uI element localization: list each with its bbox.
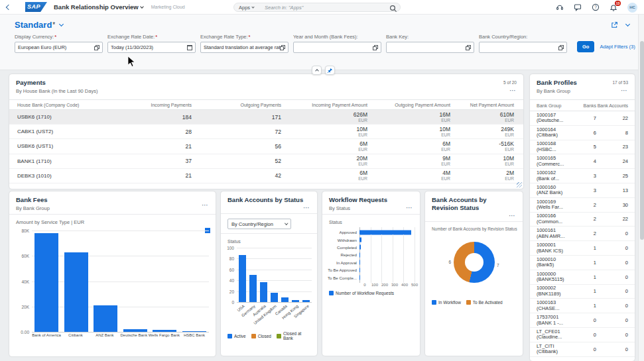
profiles-table-row[interactable]: 1000000(BANK5115)10 [530,270,635,285]
bar-wells-fargo-bank[interactable] [153,330,176,332]
overflow-menu-button[interactable]: ⋯ [303,206,310,210]
support-headset-icon[interactable] [556,3,564,11]
value-help-icon[interactable] [558,45,564,50]
scrollbar-thumb[interactable] [640,41,644,240]
profiles-table-row[interactable]: LT_CFE01(Claudine...00 [530,328,635,342]
feedback-icon[interactable] [574,3,582,11]
bar-canada[interactable] [281,297,289,302]
bar-to-be-approved[interactable] [359,268,360,272]
filter-field-input[interactable] [386,42,474,53]
profiles-table-row[interactable]: 1000001(BANK ICS)10 [530,241,635,256]
go-button[interactable]: Go [577,41,594,52]
resize-grip[interactable] [517,182,522,187]
filter-field-input[interactable]: Today (11/30/2023) [107,42,196,53]
filter-field-input[interactable]: Standard translation at average rate (..… [200,42,289,53]
overflow-menu-button[interactable]: ⋯ [509,89,517,93]
payments-table-row[interactable]: BANK1 (1710)375220MEUR9MEUR10MEUR [9,154,523,169]
legend-item[interactable]: Number of Workflow Requests [329,291,394,295]
column-header[interactable]: Incoming Payment Amount [283,103,369,107]
variant-title[interactable]: Standard [15,20,52,30]
bar-rejected[interactable] [359,252,360,257]
bar-hsbc-bank[interactable] [182,331,206,332]
filter-field-input[interactable] [479,42,567,53]
bar-approved[interactable] [359,230,411,234]
legend-item[interactable]: Active [227,334,246,338]
bar-hong-kong[interactable] [292,300,299,302]
value-help-icon[interactable] [94,45,99,50]
payments-table-row[interactable]: USBK6 (1710)184171626MEUR16MEUR610MEUR [9,110,523,125]
cell-banks: 3 [576,173,596,179]
value-help-icon[interactable] [280,45,285,50]
bar-singapore[interactable] [302,300,310,302]
profiles-table-row[interactable]: 1000164(Citibank)68 [530,126,635,140]
overflow-menu-button[interactable]: ⋯ [621,89,628,93]
column-header[interactable]: Outgoing Payment Amount [369,103,452,107]
back-button[interactable] [0,1,17,13]
value-help-icon[interactable] [466,45,471,50]
column-header[interactable]: Bank Accounts [596,103,628,108]
profiles-table-row[interactable]: 1000167(Deutsche...722 [530,111,635,126]
profiles-table-row[interactable]: 1000160(ANZ Bank)313 [530,183,635,198]
filter-field-input[interactable]: European Euro (EUR) [15,42,103,53]
value-help-icon[interactable] [373,45,378,50]
search-scope-select[interactable]: Apps [239,5,254,11]
bar-deutsche-bank[interactable] [123,329,147,332]
column-header[interactable]: Net Payment Amount [452,103,515,107]
bar-bank-of-america[interactable] [34,233,58,332]
profiles-table-row[interactable]: 1000002(BNK1189)10 [530,285,635,299]
country-region-dropdown[interactable]: By Country/Region [227,219,291,229]
overflow-menu-button[interactable]: ⋯ [202,203,209,207]
payments-table-row[interactable]: USBK6 (UST1)21566MEUR6MEUR-516KEUR [9,139,523,154]
revision-donut-chart[interactable]: 76 [454,242,495,283]
bar-germany[interactable] [249,275,257,302]
profiles-table-row[interactable]: 1000161(ABN AMR...20 [530,227,635,241]
legend-item[interactable]: Closed at Bank [277,331,310,340]
date-picker-icon[interactable] [187,45,192,50]
legend-item[interactable]: In Workflow [432,300,461,305]
column-header[interactable]: Outgoing Payments [193,103,283,107]
column-header[interactable]: Banks [576,103,596,108]
column-header[interactable]: Incoming Payments [140,103,193,107]
share-button[interactable] [611,21,629,28]
profiles-table-row[interactable]: 1000010(Bank5)10 [530,256,635,270]
bar-anz-bank[interactable] [94,305,117,332]
filter-field-input[interactable] [293,42,381,53]
profiles-table-row[interactable]: 1000162(Bank of...325 [530,169,635,183]
legend-item[interactable]: To Be Activated [466,300,503,305]
profiles-table-row[interactable]: LT_CITI(Citibank)00 [530,342,635,357]
search-input[interactable]: Search in: "Apps" [265,5,389,11]
variant-chevron-icon[interactable] [59,22,64,26]
pin-header-button[interactable] [325,66,335,75]
sap-logo[interactable]: SAP [25,2,47,12]
bar-citibank[interactable] [64,252,88,332]
payments-table-row[interactable]: CABK1 (UST2)287210MEUR10MEUR249KEUR [9,125,523,139]
overflow-menu-button[interactable]: ⋯ [509,214,516,218]
bar-united-kingdom[interactable] [271,293,278,302]
bar-in-approval[interactable] [359,260,360,265]
bar-completed[interactable] [359,245,361,250]
search-icon[interactable] [389,5,395,11]
adapt-filters-link[interactable]: Adapt Filters (3) [600,44,635,50]
bar-withdrawn[interactable] [359,238,361,242]
bar-to-be-comple-[interactable] [359,276,360,280]
notifications-bell-icon[interactable]: 13 [610,3,617,11]
profiles-table-row[interactable]: 1000168(HSBC...523 [530,140,635,155]
profiles-table-row[interactable]: 1000165(Commerc...424 [530,154,635,169]
bar-australia[interactable] [260,282,267,302]
overflow-menu-button[interactable]: ⋯ [406,206,413,210]
profiles-table-row[interactable]: 17537001(BANK 1 -...00 [530,313,635,328]
column-header[interactable]: Bank Group [537,103,576,108]
collapse-header-button[interactable] [312,66,322,75]
column-header[interactable]: House Bank (Company Code) [17,103,140,107]
user-avatar[interactable]: HC [627,3,637,13]
shell-search-field[interactable]: Apps Search in: "Apps" [233,3,401,12]
product-title[interactable]: Bank Relationship Overview [54,3,143,11]
payments-table-row[interactable]: DEBK3 (1010)21426MEUR4MEUR2MEUR [9,169,523,183]
help-icon[interactable]: ? [592,3,600,11]
profiles-table-row[interactable]: 1000169(Wells Far...230 [530,198,635,213]
page-scrollbar[interactable] [638,15,644,361]
legend-item[interactable]: Closed [251,334,271,338]
bar-usa[interactable] [239,255,246,302]
profiles-table-row[interactable]: 1000166(Common...222 [530,213,635,227]
profiles-table-row[interactable]: 1000163(CHASE...10 [530,299,635,313]
